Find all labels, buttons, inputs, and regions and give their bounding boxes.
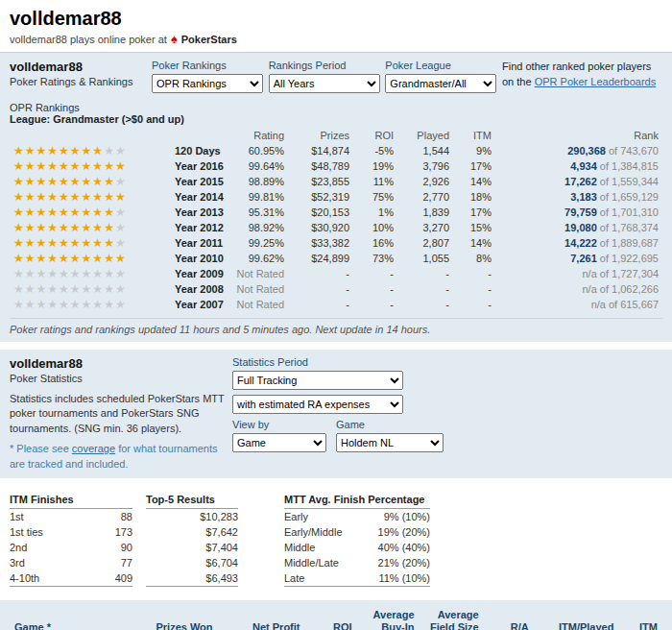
star-icon: ★ bbox=[59, 175, 70, 188]
itm-finish-row: 3rd77 bbox=[10, 555, 132, 570]
rankings-table: RatingPrizesROIPlayedITMRank ★★★★★★★★★★1… bbox=[10, 128, 662, 312]
star-icon: ★ bbox=[115, 206, 127, 219]
poker-rankings-select[interactable]: OPR Rankings bbox=[152, 74, 263, 93]
star-icon: ★ bbox=[59, 298, 70, 311]
top5-results-block: Top-5 Results $10,283$7,642$7,404$6,704$… bbox=[146, 492, 238, 587]
roi-value: 73% bbox=[353, 251, 397, 266]
star-icon: ★ bbox=[47, 298, 59, 311]
rankings-row: ★★★★★★★★★★Year 201199.25%$33,38216%2,807… bbox=[10, 235, 662, 251]
rank-value: n/a of 1,727,304 bbox=[495, 266, 662, 281]
statistics-period-select[interactable]: Full Tracking bbox=[232, 371, 403, 390]
rating-value: 60.95% bbox=[232, 143, 288, 158]
itm-value: 17% bbox=[453, 158, 495, 174]
star-icon: ★ bbox=[25, 144, 36, 158]
poker-league-select[interactable]: Grandmaster/All bbox=[385, 74, 496, 93]
star-icon: ★ bbox=[70, 252, 82, 265]
coverage-link[interactable]: coverage bbox=[72, 443, 115, 454]
star-rating: ★★★★★★★★★★ bbox=[10, 281, 171, 297]
star-icon: ★ bbox=[92, 159, 104, 173]
mtt-avg-row-value: 19% (20%) bbox=[361, 524, 430, 540]
roi-value: 11% bbox=[353, 174, 397, 189]
rankings-panel: volldemar88 Poker Ratings & Rankings Pok… bbox=[0, 53, 672, 342]
star-icon: ★ bbox=[70, 159, 82, 173]
rating-value: 99.64% bbox=[232, 158, 288, 174]
roi-value: 10% bbox=[353, 220, 397, 235]
star-icon: ★ bbox=[25, 298, 36, 311]
roi-value: 1% bbox=[353, 205, 397, 220]
rank-value: 4,934 of 1,384,815 bbox=[495, 158, 662, 174]
mtt-avg-table: Early9% (10%)Early/Middle19% (20%)Middle… bbox=[284, 509, 430, 587]
itm-value: - bbox=[453, 281, 495, 297]
statistics-panel: volldemar88 Poker Statistics Statistics … bbox=[0, 350, 672, 478]
rankings-period-select[interactable]: All Years bbox=[269, 74, 380, 93]
games-header-4[interactable]: Average Buy-In bbox=[357, 607, 420, 630]
itm-finishes-block: ITM Finishes 1st881st ties1732nd903rd774… bbox=[10, 492, 132, 587]
rank-value: 14,222 of 1,889,687 bbox=[495, 235, 662, 251]
prizes-value: $48,789 bbox=[288, 158, 353, 174]
mtt-avg-row: Early/Middle19% (20%) bbox=[284, 524, 430, 540]
star-icon: ★ bbox=[104, 175, 115, 188]
star-icon: ★ bbox=[59, 159, 70, 173]
prizes-value: - bbox=[288, 281, 353, 297]
star-icon: ★ bbox=[13, 298, 25, 311]
poker-rankings-label: Poker Rankings bbox=[152, 60, 227, 71]
games-header-1[interactable]: Prizes Won bbox=[131, 607, 218, 630]
period-label: Year 2015 bbox=[171, 174, 232, 189]
roi-value: 19% bbox=[353, 158, 397, 174]
star-icon: ★ bbox=[13, 282, 25, 296]
top5-row: $10,283 bbox=[146, 509, 238, 524]
star-icon: ★ bbox=[104, 298, 115, 311]
game-select[interactable]: Holdem NL bbox=[336, 433, 444, 452]
itm-value: - bbox=[453, 266, 495, 281]
rating-value: Not Rated bbox=[232, 297, 288, 312]
prizes-value: $23,855 bbox=[288, 174, 353, 189]
itm-value: - bbox=[453, 297, 495, 312]
star-icon: ★ bbox=[104, 252, 115, 265]
star-icon: ★ bbox=[25, 159, 36, 173]
period-label: Year 2012 bbox=[171, 220, 232, 235]
games-header-3[interactable]: ROI bbox=[305, 607, 357, 630]
itm-value: 9% bbox=[453, 143, 495, 158]
mtt-avg-row: Late11% (10%) bbox=[284, 570, 430, 587]
games-header-8[interactable]: ITM bbox=[618, 607, 662, 630]
star-icon: ★ bbox=[47, 267, 59, 280]
star-icon: ★ bbox=[104, 159, 115, 173]
rankings-header-prizes: Prizes bbox=[288, 128, 353, 143]
games-header-6[interactable]: R/A bbox=[484, 607, 534, 630]
top5-value: $7,404 bbox=[146, 540, 238, 555]
roi-value: - bbox=[353, 266, 397, 281]
prizes-value: $52,319 bbox=[288, 189, 353, 205]
star-icon: ★ bbox=[25, 175, 36, 188]
period-label: Year 2007 bbox=[171, 297, 232, 312]
star-icon: ★ bbox=[82, 190, 93, 204]
played-value: 3,796 bbox=[397, 158, 453, 174]
star-icon: ★ bbox=[13, 206, 25, 219]
games-header-7[interactable]: ITM/Played bbox=[534, 607, 619, 630]
star-icon: ★ bbox=[104, 221, 115, 234]
star-icon: ★ bbox=[36, 282, 48, 296]
games-header-0[interactable]: Game * bbox=[10, 607, 131, 630]
star-icon: ★ bbox=[36, 252, 48, 265]
star-icon: ★ bbox=[36, 236, 48, 250]
rankings-period-filter: Rankings Period All Years bbox=[269, 60, 382, 93]
star-icon: ★ bbox=[59, 190, 70, 204]
rating-value: Not Rated bbox=[232, 266, 288, 281]
star-icon: ★ bbox=[82, 175, 93, 188]
games-header-5[interactable]: Average Field Size bbox=[420, 607, 484, 630]
viewby-select[interactable]: Game bbox=[232, 433, 326, 452]
star-icon: ★ bbox=[47, 206, 59, 219]
opr-leaderboards-link[interactable]: OPR Poker Leaderboards bbox=[535, 76, 657, 87]
rankings-row: ★★★★★★★★★★Year 2009Not Rated----n/a of 1… bbox=[10, 266, 662, 281]
rankings-row: ★★★★★★★★★★Year 201099.62%$24,89973%1,055… bbox=[10, 251, 662, 266]
star-icon: ★ bbox=[59, 236, 70, 250]
star-icon: ★ bbox=[59, 252, 70, 265]
star-icon: ★ bbox=[47, 159, 59, 173]
itm-value: 14% bbox=[453, 174, 495, 189]
star-icon: ★ bbox=[70, 190, 82, 204]
expenses-select[interactable]: with estimated RA expenses bbox=[232, 395, 403, 414]
star-icon: ★ bbox=[36, 221, 48, 234]
period-label: Year 2013 bbox=[171, 205, 232, 220]
game-label: Game bbox=[336, 419, 444, 430]
games-header-2[interactable]: Net Profit bbox=[218, 607, 305, 630]
mtt-avg-title: MTT Avg. Finish Percentage bbox=[284, 492, 430, 509]
